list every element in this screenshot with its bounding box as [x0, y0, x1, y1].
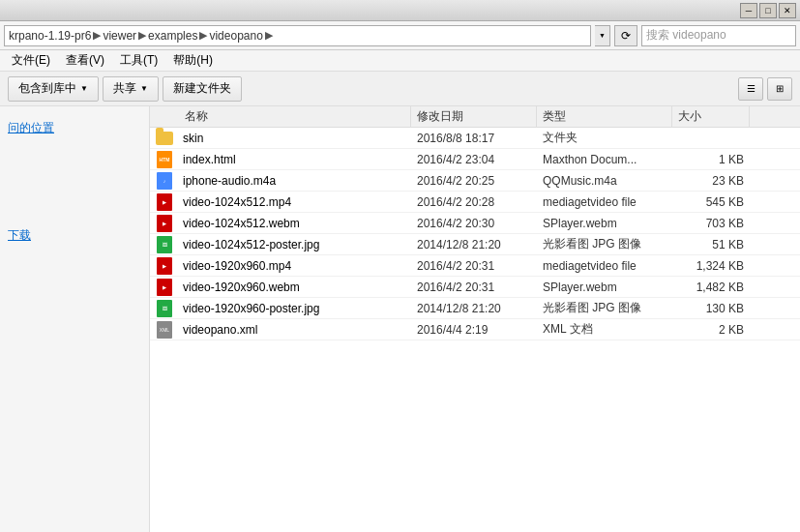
file-size: 23 KB — [672, 174, 750, 188]
file-name: video-1920x960.mp4 — [179, 259, 411, 273]
file-name: video-1024x512.webm — [179, 217, 411, 230]
share-chevron: ▼ — [140, 84, 148, 93]
file-date: 2014/12/8 21:20 — [411, 238, 537, 251]
toolbar: 包含到库中 ▼ 共享 ▼ 新建文件夹 ☰ ⊞ — [0, 72, 800, 106]
file-name: skin — [179, 132, 411, 145]
menu-item-file[interactable]: 文件(E) — [4, 50, 58, 71]
include-button[interactable]: 包含到库中 ▼ — [8, 76, 99, 102]
col-header-type[interactable]: 类型 — [537, 106, 672, 127]
file-icon-1: HTM — [150, 151, 179, 168]
file-icon-3: ▶ — [150, 193, 179, 211]
file-type: 光影看图 JPG 图像 — [537, 236, 672, 252]
file-type: 文件夹 — [537, 130, 672, 146]
sidebar-section-location: 问的位置 — [0, 114, 149, 142]
file-name: index.html — [179, 153, 411, 166]
file-type: QQMusic.m4a — [537, 174, 672, 188]
sidebar-link-location[interactable]: 问的位置 — [8, 118, 141, 138]
path-part-3[interactable]: examples — [148, 29, 197, 43]
path-part-1[interactable]: krpano-1.19-pr6 — [9, 29, 91, 43]
file-size: 1,482 KB — [672, 281, 750, 294]
file-type: XML 文档 — [537, 321, 672, 338]
main-content: 问的位置 下载 名称 修改日期 类型 大小 skin2016/8/8 18:17… — [0, 106, 800, 532]
sidebar-link-download[interactable]: 下载 — [8, 225, 141, 246]
table-row[interactable]: XMLvideopano.xml2016/4/4 2:19XML 文档2 KB — [150, 319, 800, 340]
table-row[interactable]: ▶video-1920x960.webm2016/4/2 20:31SPlaye… — [150, 277, 800, 298]
address-dropdown[interactable] — [595, 25, 610, 46]
file-icon-9: XML — [150, 321, 179, 339]
search-placeholder: 搜索 videopano — [646, 27, 726, 44]
table-row[interactable]: 🖼video-1920x960-poster.jpg2014/12/8 21:2… — [150, 298, 800, 319]
sidebar: 问的位置 下载 — [0, 106, 150, 532]
view-list-button[interactable]: ☰ — [738, 77, 763, 101]
path-item: krpano-1.19-pr6 — [9, 29, 91, 43]
new-folder-button[interactable]: 新建文件夹 — [163, 76, 242, 102]
sidebar-section-download: 下载 — [0, 222, 149, 250]
path-sep-2: ▶ — [138, 29, 146, 42]
file-icon-7: ▶ — [150, 279, 179, 296]
file-name: video-1024x512.mp4 — [179, 195, 411, 209]
table-row[interactable]: ▶video-1024x512.webm2016/4/2 20:30SPlaye… — [150, 213, 800, 234]
file-date: 2016/4/2 20:31 — [411, 281, 537, 294]
col-header-size[interactable]: 大小 — [672, 106, 750, 127]
path-part-2[interactable]: viewer — [103, 29, 136, 43]
address-path[interactable]: krpano-1.19-pr6 ▶ viewer ▶ examples ▶ vi… — [4, 25, 591, 46]
file-date: 2016/4/2 23:04 — [411, 153, 537, 166]
file-icon-0 — [150, 132, 179, 145]
menu-bar: 文件(E)查看(V)工具(T)帮助(H) — [0, 50, 800, 72]
file-name: video-1920x960-poster.jpg — [179, 302, 411, 315]
maximize-button[interactable]: □ — [759, 3, 777, 18]
file-date: 2014/12/8 21:20 — [411, 302, 537, 315]
share-button[interactable]: 共享 ▼ — [103, 76, 159, 102]
minimize-button[interactable]: ─ — [740, 3, 757, 18]
file-size: 130 KB — [672, 302, 750, 315]
refresh-button[interactable]: ⟳ — [614, 25, 637, 46]
file-date: 2016/4/2 20:25 — [411, 174, 537, 188]
close-button[interactable]: ✕ — [779, 3, 796, 18]
path-sep-3: ▶ — [199, 29, 207, 42]
file-icon-4: ▶ — [150, 215, 179, 232]
menu-item-help[interactable]: 帮助(H) — [165, 50, 221, 71]
menu-item-view[interactable]: 查看(V) — [58, 50, 112, 71]
file-icon-6: ▶ — [150, 257, 179, 275]
menu-item-tools[interactable]: 工具(T) — [112, 50, 165, 71]
search-box[interactable]: 搜索 videopano — [641, 25, 796, 46]
file-size: 2 KB — [672, 323, 750, 337]
file-icon-2: ♪ — [150, 172, 179, 190]
file-name: video-1920x960.webm — [179, 281, 411, 294]
file-size: 51 KB — [672, 238, 750, 251]
table-row[interactable]: skin2016/8/8 18:17文件夹 — [150, 128, 800, 149]
file-date: 2016/4/2 20:30 — [411, 217, 537, 230]
file-icon-5: 🖼 — [150, 236, 179, 253]
file-name: video-1024x512-poster.jpg — [179, 238, 411, 251]
title-bar: ─ □ ✕ — [0, 0, 800, 21]
file-type: 光影看图 JPG 图像 — [537, 300, 672, 316]
include-label: 包含到库中 — [18, 80, 76, 97]
file-name: iphone-audio.m4a — [179, 174, 411, 188]
file-date: 2016/4/2 20:28 — [411, 195, 537, 209]
table-row[interactable]: ▶video-1024x512.mp42016/4/2 20:28mediage… — [150, 192, 800, 213]
column-headers: 名称 修改日期 类型 大小 — [150, 106, 800, 128]
file-list: skin2016/8/8 18:17文件夹HTMindex.html2016/4… — [150, 128, 800, 340]
table-row[interactable]: HTMindex.html2016/4/2 23:04Maxthon Docum… — [150, 149, 800, 170]
file-type: SPlayer.webm — [537, 217, 672, 230]
toolbar-right: ☰ ⊞ — [738, 77, 792, 101]
file-size: 1 KB — [672, 153, 750, 166]
file-name: videopano.xml — [179, 323, 411, 337]
table-row[interactable]: 🖼video-1024x512-poster.jpg2014/12/8 21:2… — [150, 234, 800, 255]
file-date: 2016/8/8 18:17 — [411, 132, 537, 145]
file-type: Maxthon Docum... — [537, 153, 672, 166]
path-sep-4: ▶ — [265, 29, 273, 42]
col-header-modified[interactable]: 修改日期 — [411, 106, 537, 127]
view-grid-button[interactable]: ⊞ — [767, 77, 792, 101]
file-type: SPlayer.webm — [537, 281, 672, 294]
table-row[interactable]: ▶video-1920x960.mp42016/4/2 20:31mediage… — [150, 255, 800, 277]
path-part-4[interactable]: videopano — [209, 29, 262, 43]
file-date: 2016/4/2 20:31 — [411, 259, 537, 273]
col-header-name[interactable]: 名称 — [179, 106, 411, 127]
file-area[interactable]: 名称 修改日期 类型 大小 skin2016/8/8 18:17文件夹HTMin… — [150, 106, 800, 532]
table-row[interactable]: ♪iphone-audio.m4a2016/4/2 20:25QQMusic.m… — [150, 170, 800, 192]
file-size: 545 KB — [672, 195, 750, 209]
file-size: 1,324 KB — [672, 259, 750, 273]
file-type: mediagetvideo file — [537, 195, 672, 209]
address-bar: krpano-1.19-pr6 ▶ viewer ▶ examples ▶ vi… — [0, 21, 800, 50]
